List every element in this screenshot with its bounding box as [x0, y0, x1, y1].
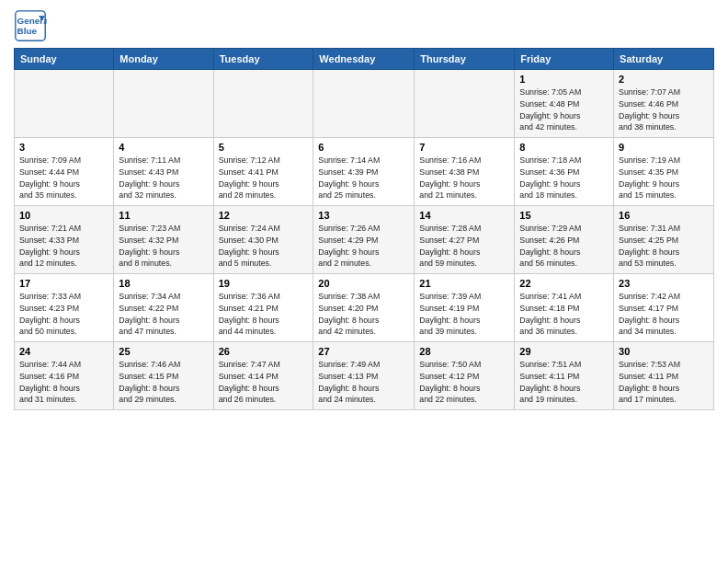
logo: General Blue — [14, 9, 47, 42]
calendar-cell — [213, 70, 313, 138]
calendar-week-1: 1Sunrise: 7:05 AM Sunset: 4:48 PM Daylig… — [15, 70, 714, 138]
day-number: 5 — [219, 142, 309, 153]
day-number: 8 — [519, 142, 609, 153]
calendar-cell: 7Sunrise: 7:16 AM Sunset: 4:38 PM Daylig… — [415, 138, 515, 206]
day-info: Sunrise: 7:19 AM Sunset: 4:35 PM Dayligh… — [619, 155, 709, 201]
day-number: 25 — [119, 346, 208, 357]
day-number: 4 — [119, 142, 208, 153]
day-number: 29 — [519, 346, 609, 357]
calendar-cell: 18Sunrise: 7:34 AM Sunset: 4:22 PM Dayli… — [114, 274, 213, 342]
day-info: Sunrise: 7:47 AM Sunset: 4:14 PM Dayligh… — [219, 359, 309, 406]
day-number: 22 — [519, 278, 609, 289]
calendar-header-row: SundayMondayTuesdayWednesdayThursdayFrid… — [15, 49, 714, 70]
calendar-cell — [313, 70, 415, 138]
calendar-week-3: 10Sunrise: 7:21 AM Sunset: 4:33 PM Dayli… — [15, 206, 714, 274]
day-info: Sunrise: 7:24 AM Sunset: 4:30 PM Dayligh… — [219, 223, 309, 270]
calendar-cell: 13Sunrise: 7:26 AM Sunset: 4:29 PM Dayli… — [313, 206, 415, 274]
calendar-cell: 3Sunrise: 7:09 AM Sunset: 4:44 PM Daylig… — [15, 138, 114, 206]
day-number: 10 — [19, 210, 108, 221]
calendar-cell: 14Sunrise: 7:28 AM Sunset: 4:27 PM Dayli… — [415, 206, 515, 274]
day-number: 12 — [219, 210, 309, 221]
day-info: Sunrise: 7:16 AM Sunset: 4:38 PM Dayligh… — [419, 155, 509, 201]
day-number: 17 — [19, 278, 108, 289]
calendar-cell: 22Sunrise: 7:41 AM Sunset: 4:18 PM Dayli… — [515, 274, 614, 342]
calendar-cell — [114, 70, 213, 138]
calendar-cell — [415, 70, 515, 138]
calendar-cell: 6Sunrise: 7:14 AM Sunset: 4:39 PM Daylig… — [313, 138, 415, 206]
calendar-week-4: 17Sunrise: 7:33 AM Sunset: 4:23 PM Dayli… — [15, 274, 714, 342]
calendar-week-5: 24Sunrise: 7:44 AM Sunset: 4:16 PM Dayli… — [15, 342, 714, 410]
day-info: Sunrise: 7:29 AM Sunset: 4:26 PM Dayligh… — [519, 223, 609, 270]
calendar-cell: 12Sunrise: 7:24 AM Sunset: 4:30 PM Dayli… — [213, 206, 313, 274]
day-number: 2 — [619, 74, 709, 85]
calendar-cell: 9Sunrise: 7:19 AM Sunset: 4:35 PM Daylig… — [614, 138, 714, 206]
calendar-cell: 23Sunrise: 7:42 AM Sunset: 4:17 PM Dayli… — [614, 274, 714, 342]
day-info: Sunrise: 7:14 AM Sunset: 4:39 PM Dayligh… — [318, 155, 409, 201]
day-number: 18 — [119, 278, 208, 289]
day-number: 3 — [19, 142, 108, 153]
day-number: 7 — [419, 142, 509, 153]
calendar-cell: 8Sunrise: 7:18 AM Sunset: 4:36 PM Daylig… — [515, 138, 614, 206]
day-number: 19 — [219, 278, 309, 289]
day-info: Sunrise: 7:39 AM Sunset: 4:19 PM Dayligh… — [419, 291, 509, 338]
calendar-table: SundayMondayTuesdayWednesdayThursdayFrid… — [14, 48, 714, 410]
day-number: 14 — [419, 210, 509, 221]
day-info: Sunrise: 7:44 AM Sunset: 4:16 PM Dayligh… — [19, 359, 108, 406]
calendar-cell: 24Sunrise: 7:44 AM Sunset: 4:16 PM Dayli… — [15, 342, 114, 410]
day-number: 30 — [619, 346, 709, 357]
day-info: Sunrise: 7:07 AM Sunset: 4:46 PM Dayligh… — [619, 86, 709, 133]
day-info: Sunrise: 7:31 AM Sunset: 4:25 PM Dayligh… — [619, 223, 709, 270]
day-info: Sunrise: 7:41 AM Sunset: 4:18 PM Dayligh… — [519, 291, 609, 338]
day-number: 1 — [519, 74, 609, 85]
day-number: 24 — [19, 346, 108, 357]
column-header-friday: Friday — [515, 49, 614, 70]
calendar-cell: 28Sunrise: 7:50 AM Sunset: 4:12 PM Dayli… — [415, 342, 515, 410]
day-number: 20 — [318, 278, 409, 289]
day-number: 6 — [318, 142, 409, 153]
column-header-sunday: Sunday — [15, 49, 114, 70]
calendar-cell: 27Sunrise: 7:49 AM Sunset: 4:13 PM Dayli… — [313, 342, 415, 410]
day-number: 16 — [619, 210, 709, 221]
day-number: 9 — [619, 142, 709, 153]
day-info: Sunrise: 7:51 AM Sunset: 4:11 PM Dayligh… — [519, 359, 609, 406]
day-number: 15 — [519, 210, 609, 221]
day-info: Sunrise: 7:34 AM Sunset: 4:22 PM Dayligh… — [119, 291, 208, 338]
page-header: General Blue — [14, 9, 714, 42]
day-info: Sunrise: 7:11 AM Sunset: 4:43 PM Dayligh… — [119, 155, 208, 201]
day-info: Sunrise: 7:49 AM Sunset: 4:13 PM Dayligh… — [318, 359, 409, 406]
day-number: 23 — [619, 278, 709, 289]
calendar-cell: 15Sunrise: 7:29 AM Sunset: 4:26 PM Dayli… — [515, 206, 614, 274]
calendar-cell: 21Sunrise: 7:39 AM Sunset: 4:19 PM Dayli… — [415, 274, 515, 342]
day-info: Sunrise: 7:18 AM Sunset: 4:36 PM Dayligh… — [519, 155, 609, 201]
day-info: Sunrise: 7:09 AM Sunset: 4:44 PM Dayligh… — [19, 155, 108, 201]
day-info: Sunrise: 7:21 AM Sunset: 4:33 PM Dayligh… — [19, 223, 108, 270]
day-info: Sunrise: 7:50 AM Sunset: 4:12 PM Dayligh… — [419, 359, 509, 406]
calendar-cell — [15, 70, 114, 138]
day-number: 11 — [119, 210, 208, 221]
day-info: Sunrise: 7:38 AM Sunset: 4:20 PM Dayligh… — [318, 291, 409, 338]
column-header-saturday: Saturday — [614, 49, 714, 70]
calendar-cell: 20Sunrise: 7:38 AM Sunset: 4:20 PM Dayli… — [313, 274, 415, 342]
day-number: 26 — [219, 346, 309, 357]
calendar-cell: 29Sunrise: 7:51 AM Sunset: 4:11 PM Dayli… — [515, 342, 614, 410]
day-number: 13 — [318, 210, 409, 221]
day-info: Sunrise: 7:05 AM Sunset: 4:48 PM Dayligh… — [519, 86, 609, 133]
column-header-thursday: Thursday — [415, 49, 515, 70]
day-number: 21 — [419, 278, 509, 289]
day-info: Sunrise: 7:28 AM Sunset: 4:27 PM Dayligh… — [419, 223, 509, 270]
logo-icon: General Blue — [14, 9, 47, 42]
column-header-tuesday: Tuesday — [213, 49, 313, 70]
day-info: Sunrise: 7:36 AM Sunset: 4:21 PM Dayligh… — [219, 291, 309, 338]
calendar-cell: 1Sunrise: 7:05 AM Sunset: 4:48 PM Daylig… — [515, 70, 614, 138]
calendar-cell: 11Sunrise: 7:23 AM Sunset: 4:32 PM Dayli… — [114, 206, 213, 274]
day-info: Sunrise: 7:23 AM Sunset: 4:32 PM Dayligh… — [119, 223, 208, 270]
day-info: Sunrise: 7:42 AM Sunset: 4:17 PM Dayligh… — [619, 291, 709, 338]
calendar-cell: 25Sunrise: 7:46 AM Sunset: 4:15 PM Dayli… — [114, 342, 213, 410]
day-number: 28 — [419, 346, 509, 357]
calendar-cell: 10Sunrise: 7:21 AM Sunset: 4:33 PM Dayli… — [15, 206, 114, 274]
svg-text:Blue: Blue — [17, 26, 38, 36]
calendar-week-2: 3Sunrise: 7:09 AM Sunset: 4:44 PM Daylig… — [15, 138, 714, 206]
day-info: Sunrise: 7:53 AM Sunset: 4:11 PM Dayligh… — [619, 359, 709, 406]
calendar-cell: 30Sunrise: 7:53 AM Sunset: 4:11 PM Dayli… — [614, 342, 714, 410]
day-info: Sunrise: 7:46 AM Sunset: 4:15 PM Dayligh… — [119, 359, 208, 406]
